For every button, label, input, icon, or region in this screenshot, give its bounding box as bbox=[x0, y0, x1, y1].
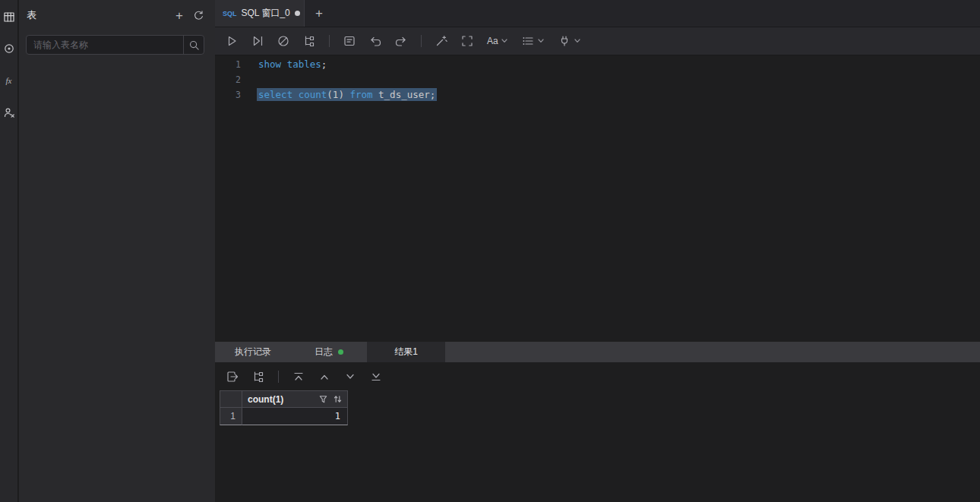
search-icon[interactable] bbox=[183, 36, 204, 54]
result-grid: count(1) 1 1 bbox=[220, 390, 348, 425]
tab-label: 执行记录 bbox=[235, 346, 271, 358]
execution-plan-button[interactable] bbox=[299, 31, 319, 51]
sql-identifier: t_ds_user; bbox=[373, 89, 436, 100]
sql-punctuation: ; bbox=[321, 58, 327, 70]
procedures-icon[interactable] bbox=[3, 106, 15, 118]
code-text: show tables; bbox=[258, 57, 327, 72]
tab-result-1[interactable]: 结果1 bbox=[367, 342, 445, 362]
format-sql-button[interactable] bbox=[340, 31, 359, 51]
sql-keyword: select bbox=[258, 89, 299, 100]
results-toolbar bbox=[215, 362, 980, 390]
grid-header-row: count(1) bbox=[220, 390, 348, 408]
tab-log[interactable]: 日志 bbox=[291, 342, 367, 362]
filter-icon[interactable] bbox=[318, 394, 328, 404]
selected-text: select count(1) from t_ds_user; bbox=[257, 88, 437, 101]
sql-function: count bbox=[299, 89, 327, 100]
functions-icon-glyph: fx bbox=[6, 76, 12, 85]
redo-button[interactable] bbox=[391, 31, 411, 51]
font-size-label: Aa bbox=[487, 36, 498, 46]
tree-view-icon[interactable] bbox=[248, 367, 268, 387]
refresh-icon[interactable] bbox=[193, 10, 204, 21]
unsaved-dot-icon bbox=[295, 11, 300, 16]
left-icon-rail: fx bbox=[0, 0, 18, 502]
column-label: count(1) bbox=[248, 394, 314, 405]
tab-sql-window-0[interactable]: SQL SQL 窗口_0 bbox=[215, 0, 305, 27]
value-cell[interactable]: 1 bbox=[242, 408, 348, 425]
functions-icon[interactable]: fx bbox=[3, 74, 15, 87]
line-number: 2 bbox=[215, 72, 251, 87]
tab-execution-history[interactable]: 执行记录 bbox=[215, 342, 291, 362]
table-search-box bbox=[26, 35, 204, 55]
display-options-dropdown[interactable] bbox=[517, 31, 548, 51]
run-button[interactable] bbox=[222, 31, 242, 51]
sql-keyword: from bbox=[349, 89, 372, 100]
stop-button[interactable] bbox=[273, 31, 293, 51]
sidebar-actions: + bbox=[175, 9, 204, 22]
next-row-button[interactable] bbox=[340, 367, 360, 387]
sql-editor[interactable]: 1 show tables; 2 3 select count(1) from … bbox=[215, 55, 980, 342]
sidebar-title: 表 bbox=[27, 8, 36, 22]
code-line-1[interactable]: 1 show tables; bbox=[215, 57, 980, 72]
export-result-icon[interactable] bbox=[223, 367, 242, 387]
tab-label: 日志 bbox=[315, 346, 333, 358]
add-table-button[interactable]: + bbox=[175, 9, 183, 22]
prev-row-button[interactable] bbox=[315, 367, 334, 387]
run-selection-button[interactable] bbox=[248, 31, 267, 51]
connection-settings-dropdown[interactable] bbox=[554, 31, 584, 51]
font-size-dropdown[interactable]: Aa bbox=[483, 31, 511, 51]
grid-data-row: 1 1 bbox=[220, 408, 348, 425]
sidebar: 表 + bbox=[19, 0, 215, 502]
results-tabstrip: 执行记录 日志 结果1 bbox=[215, 342, 980, 362]
sql-toolbar: Aa bbox=[215, 27, 980, 55]
sql-keyword: show tables bbox=[258, 58, 321, 70]
line-number: 1 bbox=[215, 57, 251, 72]
sql-badge-icon: SQL bbox=[223, 10, 237, 17]
code-text: select count(1) from t_ds_user; bbox=[258, 87, 435, 103]
jump-first-row-button[interactable] bbox=[289, 367, 308, 387]
tab-title: SQL 窗口_0 bbox=[242, 7, 290, 20]
tab-label: 结果1 bbox=[394, 346, 418, 358]
sql-punctuation: (1) bbox=[327, 89, 349, 100]
table-search-input[interactable] bbox=[27, 36, 183, 54]
toolbar-divider bbox=[421, 35, 422, 47]
results-panel: 执行记录 日志 结果1 bbox=[215, 342, 980, 502]
row-number-cell[interactable]: 1 bbox=[220, 408, 242, 425]
sort-icon[interactable] bbox=[333, 394, 343, 404]
sidebar-header: 表 + bbox=[19, 0, 215, 30]
code-line-3[interactable]: 3 select count(1) from t_ds_user; bbox=[215, 87, 980, 103]
editor-tabstrip: SQL SQL 窗口_0 + bbox=[215, 0, 980, 27]
grid-corner-cell[interactable] bbox=[220, 390, 242, 408]
undo-button[interactable] bbox=[365, 31, 385, 51]
log-activity-dot-icon bbox=[338, 349, 343, 355]
toolbar-divider bbox=[278, 371, 279, 383]
fullscreen-icon[interactable] bbox=[457, 31, 477, 51]
beautify-wand-icon[interactable] bbox=[432, 31, 451, 51]
line-number: 3 bbox=[215, 87, 251, 103]
views-icon[interactable] bbox=[3, 43, 15, 55]
code-line-2[interactable]: 2 bbox=[215, 72, 980, 87]
jump-last-row-button[interactable] bbox=[366, 367, 386, 387]
new-tab-button[interactable]: + bbox=[305, 0, 334, 27]
grid-column-header[interactable]: count(1) bbox=[242, 390, 348, 408]
toolbar-divider bbox=[329, 35, 330, 47]
main-area: SQL SQL 窗口_0 + bbox=[215, 0, 980, 502]
tables-icon[interactable] bbox=[3, 11, 15, 23]
